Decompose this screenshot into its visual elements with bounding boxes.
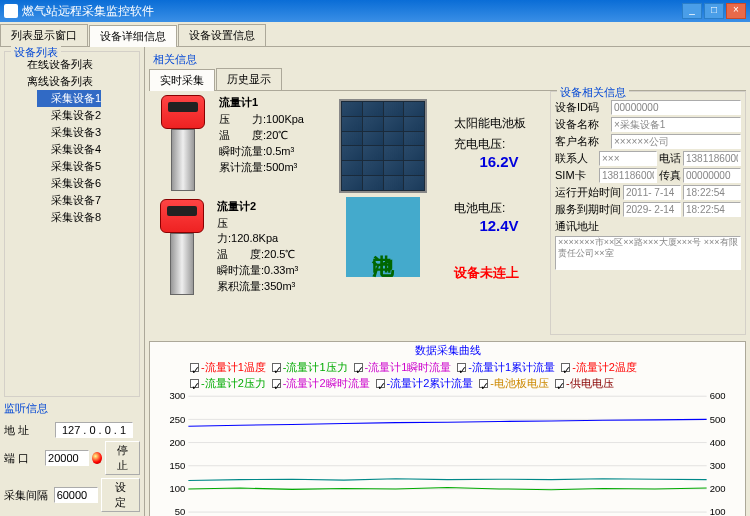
tree-device-item[interactable]: 采集设备8: [37, 209, 135, 226]
meter1-cum-flow: 500m³: [266, 161, 297, 173]
legend-item[interactable]: ✓-供电电压: [555, 376, 614, 391]
addr-input[interactable]: 127 . 0 . 0 . 1: [55, 422, 133, 438]
meter1-title: 流量计1: [219, 95, 304, 110]
status-indicator-icon: [92, 452, 102, 464]
legend-item[interactable]: ✓-流量计1压力: [272, 360, 348, 375]
tab-realtime[interactable]: 实时采集: [149, 69, 215, 91]
tree-device-item[interactable]: 采集设备5: [37, 158, 135, 175]
tree-device-item[interactable]: 采集设备4: [37, 141, 135, 158]
chart-area: 数据采集曲线 ✓-流量计1温度✓-流量计1压力✓-流量计1瞬时流量✓-流量计1累…: [149, 341, 746, 516]
meter2-inst-flow: 0.33m³: [264, 264, 298, 276]
window-title: 燃气站远程采集监控软件: [22, 3, 682, 20]
legend-item[interactable]: ✓-流量计1温度: [190, 360, 266, 375]
checkbox-icon[interactable]: ✓: [555, 379, 564, 388]
port-label: 端 口: [4, 451, 42, 466]
meter2-temp: 20.5℃: [264, 248, 295, 260]
tab-device-detail[interactable]: 设备详细信息: [89, 25, 177, 47]
svg-text:600: 600: [710, 392, 726, 401]
checkbox-icon[interactable]: ✓: [354, 363, 363, 372]
chart-legend: ✓-流量计1温度✓-流量计1压力✓-流量计1瞬时流量✓-流量计1累计流量✓-流量…: [150, 359, 745, 392]
port-input[interactable]: [45, 450, 89, 466]
device-list-title: 设备列表: [11, 45, 61, 60]
disconnected-status: 设备未连上: [454, 264, 544, 282]
svg-text:150: 150: [169, 460, 185, 471]
minimize-button[interactable]: _: [682, 3, 702, 19]
charge-label: 充电电压:: [454, 136, 544, 153]
start-time-field[interactable]: [683, 185, 741, 200]
meter1-temp: 20℃: [266, 129, 288, 141]
svg-text:300: 300: [169, 392, 185, 401]
svg-text:200: 200: [169, 437, 185, 448]
checkbox-icon[interactable]: ✓: [272, 379, 281, 388]
checkbox-icon[interactable]: ✓: [376, 379, 385, 388]
battery-label: 电池电压:: [454, 200, 544, 217]
svg-text:200: 200: [710, 483, 726, 494]
meter1-pressure: 100Kpa: [266, 113, 304, 125]
meter2-cum-flow: 350m³: [264, 280, 295, 292]
phone-field[interactable]: [683, 151, 741, 166]
interval-input[interactable]: [54, 487, 98, 503]
checkbox-icon[interactable]: ✓: [561, 363, 570, 372]
fax-field[interactable]: [683, 168, 741, 183]
stop-button[interactable]: 停止: [105, 441, 140, 475]
svg-text:100: 100: [169, 483, 185, 494]
chart-plot: 05010015020025030001002003004005006000: [150, 392, 745, 516]
comm-addr-field[interactable]: ×××××××市××区××路×××大厦×××号 ×××有限责任公司××室: [555, 236, 741, 270]
svg-text:100: 100: [710, 506, 726, 516]
app-icon: [4, 4, 18, 18]
svg-text:300: 300: [710, 460, 726, 471]
battery-voltage: 12.4V: [454, 217, 544, 234]
legend-item[interactable]: ✓-电池板电压: [479, 376, 549, 391]
main-tabs: 列表显示窗口 设备详细信息 设备设置信息: [0, 22, 750, 47]
device-name-field[interactable]: [611, 117, 741, 132]
tab-history[interactable]: 历史显示: [216, 68, 282, 90]
contact-field[interactable]: [599, 151, 657, 166]
checkbox-icon[interactable]: ✓: [479, 379, 488, 388]
chart-title: 数据采集曲线: [150, 342, 745, 359]
customer-field[interactable]: [611, 134, 741, 149]
meter2-pressure: 120.8Kpa: [231, 232, 278, 244]
legend-item[interactable]: ✓-流量计1瞬时流量: [354, 360, 452, 375]
titlebar: 燃气站远程采集监控软件 _ □ ×: [0, 0, 750, 22]
addr-label: 地 址: [4, 423, 52, 438]
tree-device-item[interactable]: 采集设备2: [37, 107, 135, 124]
tree-offline-root[interactable]: 离线设备列表: [13, 73, 135, 90]
charge-voltage: 16.2V: [454, 153, 544, 170]
battery-icon: 电池: [346, 197, 420, 277]
legend-item[interactable]: ✓-流量计2瞬时流量: [272, 376, 370, 391]
related-info-label: 相关信息: [149, 51, 746, 68]
tab-device-settings[interactable]: 设备设置信息: [178, 24, 266, 46]
sim-field[interactable]: [599, 168, 657, 183]
expire-time-field[interactable]: [683, 202, 741, 217]
interval-label: 采集间隔: [4, 488, 51, 503]
legend-item[interactable]: ✓-流量计2压力: [190, 376, 266, 391]
set-button[interactable]: 设定: [101, 478, 140, 512]
flowmeter-icon: [153, 199, 211, 299]
expire-date-field[interactable]: [623, 202, 681, 217]
device-id-field[interactable]: [611, 100, 741, 115]
checkbox-icon[interactable]: ✓: [190, 379, 199, 388]
legend-item[interactable]: ✓-流量计2温度: [561, 360, 637, 375]
svg-text:50: 50: [175, 506, 186, 516]
device-tree[interactable]: 在线设备列表 离线设备列表 采集设备1采集设备2采集设备3采集设备4采集设备5采…: [9, 56, 135, 226]
maximize-button[interactable]: □: [704, 3, 724, 19]
tree-device-item[interactable]: 采集设备3: [37, 124, 135, 141]
close-button[interactable]: ×: [726, 3, 746, 19]
meter1-inst-flow: 0.5m³: [266, 145, 294, 157]
checkbox-icon[interactable]: ✓: [272, 363, 281, 372]
legend-item[interactable]: ✓-流量计1累计流量: [457, 360, 555, 375]
checkbox-icon[interactable]: ✓: [457, 363, 466, 372]
tab-list-view[interactable]: 列表显示窗口: [0, 24, 88, 46]
flowmeter-1: 流量计1 压 力:100Kpa 温 度:20℃ 瞬时流量:0.5m³ 累计流量:…: [153, 95, 308, 195]
checkbox-icon[interactable]: ✓: [190, 363, 199, 372]
tree-device-item[interactable]: 采集设备6: [37, 175, 135, 192]
svg-text:500: 500: [710, 414, 726, 425]
tree-device-item[interactable]: 采集设备7: [37, 192, 135, 209]
flowmeter-icon: [153, 95, 213, 195]
legend-item[interactable]: ✓-流量计2累计流量: [376, 376, 474, 391]
start-date-field[interactable]: [623, 185, 681, 200]
flowmeter-2: 流量计2 压 力:120.8Kpa 温 度:20.5℃ 瞬时流量:0.33m³ …: [153, 199, 308, 299]
svg-text:250: 250: [169, 414, 185, 425]
listen-title: 监听信息: [4, 401, 140, 416]
tree-device-item[interactable]: 采集设备1: [37, 90, 101, 107]
